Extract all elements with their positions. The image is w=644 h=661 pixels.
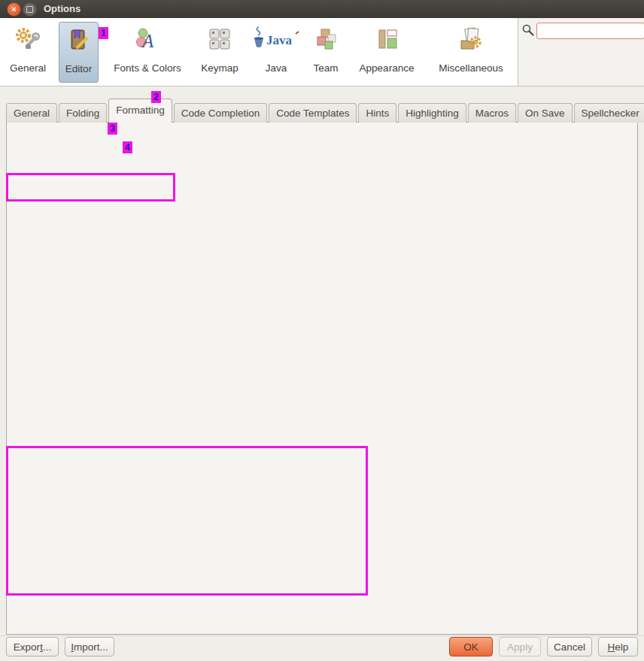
toolbar-item-java[interactable]: Java Java [250, 22, 302, 83]
keymap-icon [193, 22, 247, 59]
tab-bar: GeneralFoldingFormattingCode CompletionC… [6, 99, 644, 123]
general-icon [5, 22, 51, 59]
team-icon [305, 22, 346, 59]
toolbar-item-appearance[interactable]: Appearance [349, 22, 424, 83]
options-dialog: × Options General Editor A Fonts & Color… [0, 0, 644, 661]
svg-text:Java: Java [266, 33, 293, 47]
tab-highlighting[interactable]: Highlighting [398, 103, 466, 123]
search-icon [521, 23, 535, 40]
help-button[interactable]: Help [598, 637, 638, 656]
window-title: Options [44, 0, 80, 18]
tab-folding[interactable]: Folding [59, 103, 107, 123]
titlebar: × Options [0, 0, 644, 18]
tab-code-completion[interactable]: Code Completion [174, 103, 267, 123]
tab-macros[interactable]: Macros [468, 103, 516, 123]
toolbar-item-keymap[interactable]: Keymap [193, 22, 247, 83]
miscellaneous-icon [427, 22, 515, 59]
toolbar-item-team[interactable]: Team [305, 22, 346, 83]
tab-formatting[interactable]: Formatting [108, 99, 172, 123]
footer-separator [0, 635, 644, 636]
formatting-panel [6, 122, 638, 635]
toolbar-item-miscellaneous[interactable]: Miscellaneous [427, 22, 515, 83]
java-icon: Java [250, 22, 302, 59]
tab-spellchecker[interactable]: Spellchecker [574, 103, 644, 123]
apply-button[interactable]: Apply [499, 637, 541, 656]
tab-hints[interactable]: Hints [358, 103, 396, 123]
toolbar-item-general[interactable]: General [5, 22, 51, 83]
svg-text:A: A [141, 31, 154, 51]
search-zone [518, 18, 644, 86]
restore-icon[interactable] [23, 2, 37, 17]
toolbar-item-editor[interactable]: Editor [59, 22, 99, 83]
fonts-colors-icon: A [105, 22, 190, 59]
tab-on-save[interactable]: On Save [518, 103, 573, 123]
tab-code-templates[interactable]: Code Templates [269, 103, 357, 123]
import-button[interactable]: Import... [65, 637, 114, 656]
toolbar-item-fonts-colors[interactable]: A Fonts & Colors [105, 22, 190, 83]
export-button[interactable]: Export... [6, 637, 59, 656]
ok-button[interactable]: OK [449, 637, 493, 656]
cancel-button[interactable]: Cancel [547, 637, 592, 656]
close-icon[interactable]: × [7, 2, 21, 17]
category-toolbar: General Editor A Fonts & Colors Keymap J… [0, 18, 644, 86]
search-input[interactable] [536, 23, 644, 39]
editor-icon [59, 23, 98, 60]
tab-general[interactable]: General [6, 103, 57, 123]
appearance-icon [349, 22, 424, 59]
